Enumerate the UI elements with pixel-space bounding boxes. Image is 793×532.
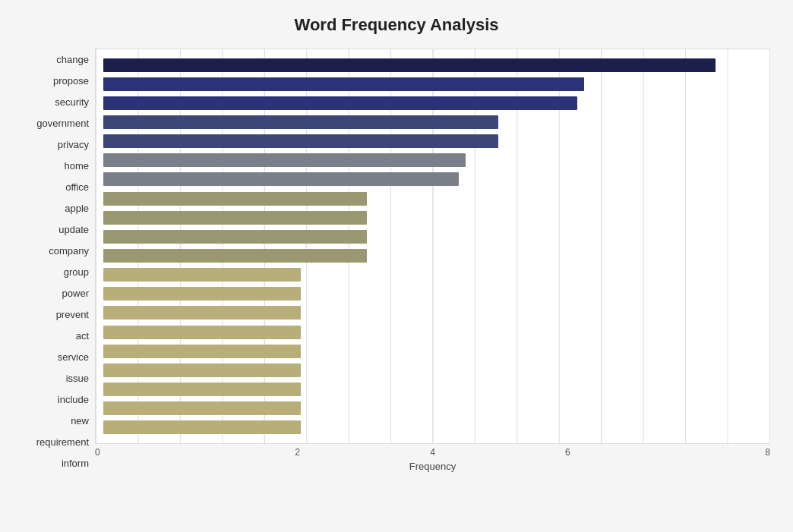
bar-row bbox=[103, 190, 762, 207]
bar-row bbox=[103, 266, 762, 283]
y-label: requirement bbox=[36, 437, 89, 447]
bar bbox=[103, 326, 301, 339]
bar bbox=[103, 77, 584, 91]
bar bbox=[103, 382, 301, 396]
y-label: act bbox=[76, 331, 89, 341]
bar bbox=[103, 345, 301, 358]
bar bbox=[103, 172, 459, 186]
y-label: propose bbox=[53, 76, 89, 86]
bar bbox=[103, 230, 367, 244]
x-tick: 8 bbox=[635, 447, 770, 458]
bar-row bbox=[103, 57, 762, 74]
bar-row bbox=[103, 343, 762, 360]
bar-row bbox=[103, 171, 762, 187]
bar bbox=[103, 134, 498, 148]
bar-row bbox=[103, 114, 762, 131]
y-label: include bbox=[58, 395, 89, 405]
y-label: issue bbox=[66, 373, 89, 383]
x-axis-label: Frequency bbox=[95, 461, 770, 472]
x-tick: 6 bbox=[500, 447, 635, 458]
y-label: service bbox=[58, 352, 89, 362]
bar bbox=[103, 249, 367, 263]
y-label: home bbox=[64, 161, 89, 171]
bar-row bbox=[103, 324, 762, 341]
bar bbox=[103, 364, 301, 377]
bar bbox=[103, 306, 301, 320]
y-label: office bbox=[65, 182, 89, 192]
bar bbox=[103, 268, 301, 282]
bar bbox=[103, 58, 716, 72]
bar-row bbox=[103, 419, 762, 436]
y-label: update bbox=[58, 225, 89, 235]
y-label: apple bbox=[65, 203, 89, 213]
bar bbox=[103, 211, 367, 225]
chart-area: changeproposesecuritygovernmentprivacyho… bbox=[23, 49, 770, 474]
y-label: company bbox=[49, 246, 89, 256]
bar-row bbox=[103, 362, 762, 379]
y-label: government bbox=[36, 118, 89, 128]
bar-row bbox=[103, 95, 762, 112]
bars-and-x: 02468 Frequency bbox=[95, 49, 770, 474]
y-label: group bbox=[64, 267, 89, 277]
bar-row bbox=[103, 133, 762, 150]
x-tick: 4 bbox=[365, 447, 501, 458]
y-label: new bbox=[71, 416, 89, 426]
bar bbox=[103, 153, 466, 167]
bar-row bbox=[103, 304, 762, 321]
y-label: security bbox=[55, 97, 89, 107]
bar-row bbox=[103, 400, 762, 417]
y-label: prevent bbox=[56, 310, 89, 320]
y-label: power bbox=[62, 288, 89, 298]
y-label: inform bbox=[62, 458, 89, 468]
chart-container: Word Frequency Analysis changeproposesec… bbox=[0, 0, 793, 532]
x-tick: 2 bbox=[230, 447, 365, 458]
y-labels: changeproposesecuritygovernmentprivacyho… bbox=[23, 49, 95, 474]
bar bbox=[103, 96, 577, 110]
bar-row bbox=[103, 209, 762, 226]
chart-title: Word Frequency Analysis bbox=[23, 15, 770, 35]
bar bbox=[103, 420, 301, 434]
bar-row bbox=[103, 228, 762, 245]
bar-row bbox=[103, 247, 762, 264]
y-label: change bbox=[56, 55, 89, 65]
bars-panel bbox=[95, 49, 770, 444]
x-tick: 0 bbox=[95, 447, 230, 458]
bar-row bbox=[103, 76, 762, 93]
bar bbox=[103, 115, 498, 129]
bar bbox=[103, 192, 367, 206]
bar-row bbox=[103, 381, 762, 398]
bar-row bbox=[103, 152, 762, 168]
bar bbox=[103, 401, 301, 415]
y-label: privacy bbox=[58, 140, 89, 150]
x-axis: 02468 Frequency bbox=[95, 444, 770, 474]
x-ticks: 02468 bbox=[95, 444, 770, 458]
bar bbox=[103, 287, 301, 301]
bar-row bbox=[103, 285, 762, 302]
